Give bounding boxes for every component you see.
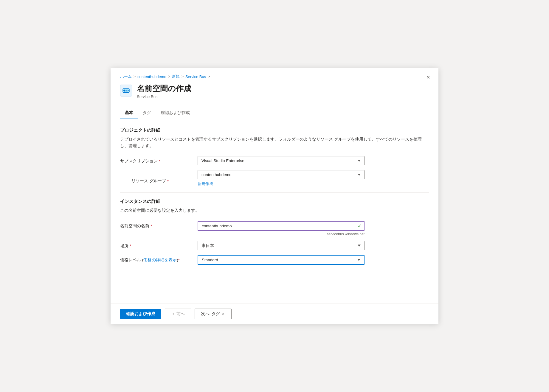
prev-button: ＜ 前へ — [165, 309, 191, 319]
breadcrumb-sep-2: > — [168, 74, 170, 79]
resource-group-required: * — [167, 179, 169, 183]
subscription-row: サブスクリプション * Visual Studio Enterprise — [120, 156, 429, 165]
modal-header: ホーム > contenthubdemo > 新規 > Service Bus … — [111, 68, 438, 100]
breadcrumb-service[interactable]: Service Bus — [185, 74, 206, 79]
subscription-select[interactable]: Visual Studio Enterprise — [198, 156, 365, 165]
pricing-tier-label: 価格レベル ( 価格の詳細を表示 ) * — [120, 255, 198, 263]
title-row: 名前空間の作成 Service Bus — [120, 83, 429, 99]
svg-rect-2 — [124, 90, 125, 92]
pricing-details-link[interactable]: 価格の詳細を表示 — [143, 257, 177, 263]
breadcrumb-sep-1: > — [134, 74, 136, 79]
breadcrumb: ホーム > contenthubdemo > 新規 > Service Bus … — [120, 74, 429, 79]
location-row: 場所 * 東日本 — [120, 241, 429, 250]
namespace-suffix: .servicebus.windows.net — [198, 232, 365, 236]
pricing-tier-select[interactable]: Standard — [198, 255, 365, 265]
instance-section-desc: この名前空間に必要な設定を入力します。 — [120, 207, 429, 214]
modal-body: プロジェクトの詳細 デプロイされているリソースとコストを管理するサブスクリプショ… — [111, 119, 438, 304]
subscription-control: Visual Studio Enterprise — [198, 156, 365, 165]
location-select[interactable]: 東日本 — [198, 241, 365, 250]
location-control: 東日本 — [198, 241, 365, 250]
page-title: 名前空間の作成 — [137, 83, 191, 94]
resource-group-label: リソース グループ * — [131, 176, 169, 184]
namespace-name-control: ✓ .servicebus.windows.net — [198, 221, 365, 236]
next-button[interactable]: 次へ: タグ ＞ — [195, 309, 232, 319]
tab-tags[interactable]: タグ — [138, 107, 156, 119]
subscription-label: サブスクリプション * — [120, 156, 198, 164]
resource-group-select[interactable]: contenthubdemo — [198, 170, 365, 179]
pricing-tier-row: 価格レベル ( 価格の詳細を表示 ) * Standard — [120, 255, 429, 265]
close-button[interactable]: × — [424, 73, 432, 82]
instance-section-title: インスタンスの詳細 — [120, 199, 429, 204]
modal-footer: 確認および作成 ＜ 前へ 次へ: タグ ＞ — [111, 304, 438, 324]
breadcrumb-resource-group[interactable]: contenthubdemo — [137, 74, 166, 79]
namespace-name-label: 名前空間の名前 * — [120, 221, 198, 229]
tab-review[interactable]: 確認および作成 — [156, 107, 195, 119]
namespace-input-wrapper: ✓ — [198, 221, 365, 231]
namespace-valid-icon: ✓ — [358, 223, 362, 229]
svg-rect-4 — [127, 90, 128, 92]
breadcrumb-home[interactable]: ホーム — [120, 74, 132, 79]
tab-basics[interactable]: 基本 — [120, 107, 138, 119]
review-create-button[interactable]: 確認および作成 — [120, 309, 161, 319]
create-namespace-modal: ホーム > contenthubdemo > 新規 > Service Bus … — [111, 68, 438, 324]
resource-group-control: contenthubdemo 新規作成 — [198, 170, 365, 186]
new-resource-group-link[interactable]: 新規作成 — [198, 181, 365, 186]
page-subtitle: Service Bus — [137, 94, 191, 99]
location-required: * — [130, 244, 131, 248]
pricing-tier-control: Standard — [198, 255, 365, 265]
breadcrumb-sep-3: > — [182, 74, 184, 79]
service-bus-icon — [120, 85, 132, 97]
namespace-name-input[interactable] — [198, 221, 365, 231]
pricing-required: * — [178, 258, 180, 262]
svg-rect-3 — [125, 90, 127, 92]
namespace-name-row: 名前空間の名前 * ✓ .servicebus.windows.net — [120, 221, 429, 236]
project-section-desc: デプロイされているリソースとコストを管理するサブスクリプションを選択します。フォ… — [120, 136, 429, 149]
resource-group-label-cell: リソース グループ * — [120, 170, 198, 186]
breadcrumb-new[interactable]: 新規 — [172, 74, 180, 79]
location-label: 場所 * — [120, 241, 198, 249]
tabs-bar: 基本 タグ 確認および作成 — [111, 107, 438, 119]
project-section-title: プロジェクトの詳細 — [120, 127, 429, 133]
subscription-required: * — [159, 159, 160, 164]
title-text: 名前空間の作成 Service Bus — [137, 83, 191, 99]
namespace-required: * — [151, 224, 152, 228]
breadcrumb-sep-4: > — [208, 74, 210, 79]
section-divider — [120, 192, 429, 193]
